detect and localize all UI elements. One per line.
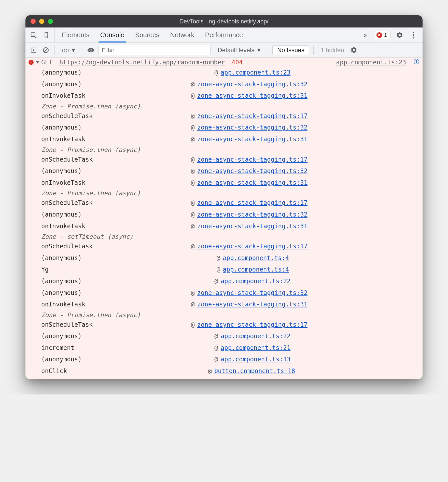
more-tabs-icon[interactable]: » bbox=[361, 31, 370, 40]
frame-source-link[interactable]: app.component.ts:22 bbox=[221, 331, 291, 342]
stack-frame-row: (anonymous)@zone-async-stack-tagging.ts:… bbox=[41, 165, 416, 177]
settings-icon[interactable] bbox=[395, 31, 404, 40]
frame-function: onInvokeTask bbox=[41, 134, 191, 145]
stack-frame-row: onInvokeTask@zone-async-stack-tagging.ts… bbox=[41, 177, 416, 189]
frame-function: (anonymous) bbox=[41, 67, 214, 79]
frame-source-link[interactable]: zone-async-stack-tagging.ts:31 bbox=[197, 134, 307, 145]
error-count-badge[interactable]: ✕ 1 bbox=[375, 31, 390, 39]
frame-function: onInvokeTask bbox=[41, 177, 191, 189]
stack-frame-row: onScheduleTask@zone-async-stack-tagging.… bbox=[41, 154, 416, 166]
toggle-sidebar-icon[interactable] bbox=[29, 46, 38, 55]
stack-frame-row: (anonymous)@app.component.ts:22 bbox=[41, 331, 416, 342]
svg-point-4 bbox=[413, 37, 414, 38]
frame-function: onScheduleTask bbox=[41, 154, 191, 166]
frame-source-link[interactable]: zone-async-stack-tagging.ts:32 bbox=[197, 287, 307, 299]
frame-source-link[interactable]: zone-async-stack-tagging.ts:31 bbox=[197, 177, 307, 189]
frame-source-link[interactable]: app.component.ts:23 bbox=[221, 67, 291, 79]
live-expression-icon[interactable] bbox=[86, 46, 95, 55]
frame-source-link[interactable]: app.component.ts:21 bbox=[221, 342, 291, 354]
frame-function: Yg bbox=[41, 264, 217, 276]
stack-frame-row: onScheduleTask@zone-async-stack-tagging.… bbox=[41, 197, 416, 209]
async-boundary-label: Zone - Promise.then (async) bbox=[41, 102, 416, 110]
inspect-element-icon[interactable] bbox=[29, 31, 38, 40]
frame-function: (anonymous) bbox=[41, 252, 217, 264]
stack-frame-row: onScheduleTask@zone-async-stack-tagging.… bbox=[41, 319, 416, 331]
frame-source-link[interactable]: zone-async-stack-tagging.ts:31 bbox=[197, 221, 307, 232]
svg-point-2 bbox=[413, 32, 414, 33]
devtools-window: DevTools - ng-devtools.netlify.app/ Elem… bbox=[25, 15, 423, 379]
frame-source-link[interactable]: zone-async-stack-tagging.ts:31 bbox=[197, 299, 307, 310]
filter-input[interactable] bbox=[99, 45, 211, 55]
issues-button[interactable]: No Issues bbox=[272, 45, 309, 55]
frame-source-link[interactable]: zone-async-stack-tagging.ts:17 bbox=[197, 241, 307, 252]
error-message-row[interactable]: ✕ GET https://ng-devtools.netlify.app/ra… bbox=[25, 58, 423, 67]
tab-performance[interactable]: Performance bbox=[205, 27, 243, 42]
frame-function: (anonymous) bbox=[41, 276, 214, 287]
console-output: ✕ GET https://ng-devtools.netlify.app/ra… bbox=[25, 58, 423, 379]
async-stack-icon[interactable] bbox=[413, 59, 419, 66]
stack-frame-row: Yg@app.component.ts:4 bbox=[41, 264, 416, 276]
frame-source-link[interactable]: button.component.ts:18 bbox=[214, 365, 295, 377]
clear-console-icon[interactable] bbox=[41, 46, 50, 55]
stack-frame-row: (anonymous)@app.component.ts:23 bbox=[41, 67, 416, 79]
status-code: 404 bbox=[232, 59, 243, 66]
tab-sources[interactable]: Sources bbox=[135, 27, 159, 42]
chevron-down-icon: ▼ bbox=[256, 47, 262, 54]
stack-frame-row: onInvokeTask@zone-async-stack-tagging.ts… bbox=[41, 299, 416, 310]
frame-source-link[interactable]: zone-async-stack-tagging.ts:31 bbox=[197, 90, 307, 102]
frame-function: (anonymous) bbox=[41, 354, 214, 365]
frame-source-link[interactable]: zone-async-stack-tagging.ts:32 bbox=[197, 209, 307, 221]
window-title: DevTools - ng-devtools.netlify.app/ bbox=[25, 18, 423, 25]
frame-function: (anonymous) bbox=[41, 287, 191, 299]
error-icon: ✕ bbox=[29, 60, 34, 65]
request-method: GET bbox=[41, 59, 53, 66]
async-boundary-label: Zone - setTimeout (async) bbox=[41, 232, 416, 241]
stack-frame-row: onScheduleTask@zone-async-stack-tagging.… bbox=[41, 110, 416, 122]
device-toolbar-icon[interactable] bbox=[42, 31, 51, 40]
log-levels-selector[interactable]: Default levels ▼ bbox=[216, 47, 264, 54]
tab-elements[interactable]: Elements bbox=[62, 27, 89, 42]
minimize-icon[interactable] bbox=[39, 19, 44, 24]
tab-console[interactable]: Console bbox=[100, 27, 124, 42]
frame-source-link[interactable]: zone-async-stack-tagging.ts:32 bbox=[197, 165, 307, 177]
frame-function: onInvokeTask bbox=[41, 299, 191, 310]
frame-function: onScheduleTask bbox=[41, 319, 191, 331]
frame-function: (anonymous) bbox=[41, 331, 214, 342]
disclosure-triangle-icon[interactable] bbox=[36, 61, 39, 64]
frame-function: increment bbox=[41, 342, 214, 354]
main-tabbar: ElementsConsoleSourcesNetworkPerformance… bbox=[25, 27, 423, 43]
frame-source-link[interactable]: zone-async-stack-tagging.ts:32 bbox=[197, 122, 307, 134]
frame-source-link[interactable]: zone-async-stack-tagging.ts:17 bbox=[197, 319, 307, 331]
error-icon: ✕ bbox=[376, 32, 382, 38]
frame-function: onInvokeTask bbox=[41, 90, 191, 102]
more-options-icon[interactable] bbox=[409, 31, 418, 40]
request-url[interactable]: https://ng-devtools.netlify.app/random-n… bbox=[59, 59, 225, 66]
frame-function: onScheduleTask bbox=[41, 110, 191, 122]
console-settings-icon[interactable] bbox=[349, 46, 358, 55]
frame-function: (anonymous) bbox=[41, 165, 191, 177]
frame-function: (anonymous) bbox=[41, 122, 191, 134]
stack-frame-row: onClick@button.component.ts:18 bbox=[41, 365, 416, 377]
stack-frame-row: increment@app.component.ts:21 bbox=[41, 342, 416, 354]
frame-source-link[interactable]: zone-async-stack-tagging.ts:17 bbox=[197, 197, 307, 209]
message-origin-link[interactable]: app.component.ts:23 bbox=[336, 59, 406, 66]
frame-source-link[interactable]: app.component.ts:4 bbox=[223, 264, 289, 276]
frame-function: (anonymous) bbox=[41, 79, 191, 90]
tab-network[interactable]: Network bbox=[170, 27, 194, 42]
frame-source-link[interactable]: app.component.ts:13 bbox=[221, 354, 291, 365]
maximize-icon[interactable] bbox=[48, 19, 53, 24]
titlebar: DevTools - ng-devtools.netlify.app/ bbox=[25, 15, 423, 27]
frame-source-link[interactable]: zone-async-stack-tagging.ts:17 bbox=[197, 110, 307, 122]
traffic-lights bbox=[31, 19, 53, 24]
context-selector[interactable]: top ▼ bbox=[59, 47, 78, 54]
frame-function: onInvokeTask bbox=[41, 221, 191, 232]
stack-frame-row: (anonymous)@app.component.ts:13 bbox=[41, 354, 416, 365]
frame-source-link[interactable]: app.component.ts:22 bbox=[221, 276, 291, 287]
async-boundary-label: Zone - Promise.then (async) bbox=[41, 189, 416, 197]
stack-frame-row: onInvokeTask@zone-async-stack-tagging.ts… bbox=[41, 221, 416, 232]
frame-source-link[interactable]: zone-async-stack-tagging.ts:17 bbox=[197, 154, 307, 166]
frame-source-link[interactable]: app.component.ts:4 bbox=[223, 252, 289, 264]
close-icon[interactable] bbox=[31, 19, 36, 24]
frame-source-link[interactable]: zone-async-stack-tagging.ts:32 bbox=[197, 79, 307, 90]
stack-frame-row: (anonymous)@zone-async-stack-tagging.ts:… bbox=[41, 79, 416, 90]
